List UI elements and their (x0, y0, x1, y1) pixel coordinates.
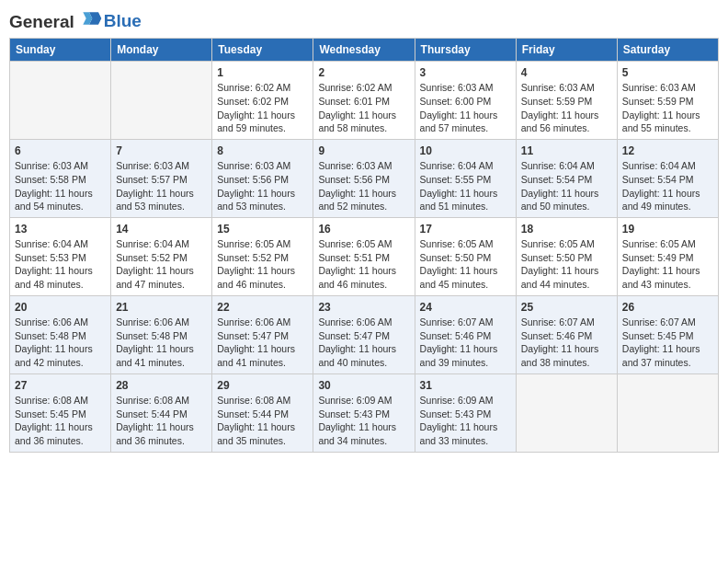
day-info: Sunrise: 6:06 AM Sunset: 5:48 PM Dayligh… (116, 316, 207, 370)
calendar-cell: 31Sunrise: 6:09 AM Sunset: 5:43 PM Dayli… (415, 373, 516, 452)
day-number: 24 (420, 300, 511, 315)
day-number: 19 (622, 222, 713, 236)
day-info: Sunrise: 6:04 AM Sunset: 5:52 PM Dayligh… (116, 237, 207, 292)
calendar-cell: 21Sunrise: 6:06 AM Sunset: 5:48 PM Dayli… (111, 295, 212, 373)
calendar-week-row: 27Sunrise: 6:08 AM Sunset: 5:45 PM Dayli… (10, 373, 719, 452)
calendar-table: SundayMondayTuesdayWednesdayThursdayFrid… (9, 38, 719, 453)
weekday-header-friday: Friday (516, 39, 617, 62)
calendar-cell: 11Sunrise: 6:04 AM Sunset: 5:54 PM Dayli… (516, 139, 617, 217)
day-info: Sunrise: 6:09 AM Sunset: 5:43 PM Dayligh… (420, 394, 511, 448)
weekday-header-sunday: Sunday (10, 39, 111, 62)
day-number: 2 (318, 65, 409, 80)
calendar-cell: 28Sunrise: 6:08 AM Sunset: 5:44 PM Dayli… (111, 373, 212, 452)
day-info: Sunrise: 6:07 AM Sunset: 5:46 PM Dayligh… (521, 316, 612, 370)
calendar-cell: 16Sunrise: 6:05 AM Sunset: 5:51 PM Dayli… (313, 217, 415, 295)
day-info: Sunrise: 6:03 AM Sunset: 5:58 PM Dayligh… (15, 159, 106, 213)
day-info: Sunrise: 6:04 AM Sunset: 5:55 PM Dayligh… (420, 159, 511, 213)
day-info: Sunrise: 6:02 AM Sunset: 6:01 PM Dayligh… (318, 81, 409, 135)
day-info: Sunrise: 6:06 AM Sunset: 5:48 PM Dayligh… (15, 316, 106, 370)
calendar-cell (10, 62, 111, 140)
day-info: Sunrise: 6:07 AM Sunset: 5:45 PM Dayligh… (622, 316, 713, 370)
day-info: Sunrise: 6:06 AM Sunset: 5:47 PM Dayligh… (217, 316, 308, 370)
calendar-cell: 13Sunrise: 6:04 AM Sunset: 5:53 PM Dayli… (10, 217, 111, 295)
day-info: Sunrise: 6:02 AM Sunset: 6:02 PM Dayligh… (217, 81, 308, 135)
calendar-week-row: 20Sunrise: 6:06 AM Sunset: 5:48 PM Dayli… (10, 295, 719, 373)
day-number: 28 (116, 378, 207, 393)
day-number: 22 (217, 300, 308, 315)
weekday-header-row: SundayMondayTuesdayWednesdayThursdayFrid… (10, 39, 719, 62)
calendar-cell: 7Sunrise: 6:03 AM Sunset: 5:57 PM Daylig… (111, 139, 212, 217)
day-number: 23 (318, 300, 409, 315)
calendar-cell: 9Sunrise: 6:03 AM Sunset: 5:56 PM Daylig… (313, 139, 415, 217)
calendar-cell: 2Sunrise: 6:02 AM Sunset: 6:01 PM Daylig… (313, 62, 415, 140)
day-number: 1 (217, 65, 308, 80)
calendar-cell: 24Sunrise: 6:07 AM Sunset: 5:46 PM Dayli… (415, 295, 516, 373)
day-info: Sunrise: 6:09 AM Sunset: 5:43 PM Dayligh… (318, 394, 409, 448)
day-number: 11 (521, 144, 612, 158)
calendar-cell (111, 62, 212, 140)
day-number: 26 (622, 300, 713, 315)
weekday-header-monday: Monday (111, 39, 212, 62)
day-number: 20 (15, 300, 106, 315)
weekday-header-tuesday: Tuesday (212, 39, 313, 62)
day-info: Sunrise: 6:08 AM Sunset: 5:45 PM Dayligh… (15, 394, 106, 448)
day-info: Sunrise: 6:05 AM Sunset: 5:49 PM Dayligh… (622, 237, 713, 292)
calendar-cell: 17Sunrise: 6:05 AM Sunset: 5:50 PM Dayli… (415, 217, 516, 295)
calendar-cell: 12Sunrise: 6:04 AM Sunset: 5:54 PM Dayli… (617, 139, 718, 217)
day-number: 14 (116, 222, 207, 236)
day-number: 29 (217, 378, 308, 393)
calendar-cell: 22Sunrise: 6:06 AM Sunset: 5:47 PM Dayli… (212, 295, 313, 373)
day-info: Sunrise: 6:05 AM Sunset: 5:50 PM Dayligh… (420, 237, 511, 292)
day-number: 21 (116, 300, 207, 315)
day-info: Sunrise: 6:05 AM Sunset: 5:51 PM Dayligh… (318, 237, 409, 292)
calendar-cell: 5Sunrise: 6:03 AM Sunset: 5:59 PM Daylig… (617, 62, 718, 140)
calendar-cell: 29Sunrise: 6:08 AM Sunset: 5:44 PM Dayli… (212, 373, 313, 452)
weekday-header-wednesday: Wednesday (313, 39, 415, 62)
day-number: 4 (521, 65, 612, 80)
day-number: 17 (420, 222, 511, 236)
page-header: General Blue (9, 9, 719, 32)
day-info: Sunrise: 6:03 AM Sunset: 5:56 PM Dayligh… (318, 159, 409, 213)
day-info: Sunrise: 6:03 AM Sunset: 5:59 PM Dayligh… (521, 81, 612, 135)
calendar-cell: 25Sunrise: 6:07 AM Sunset: 5:46 PM Dayli… (516, 295, 617, 373)
day-info: Sunrise: 6:03 AM Sunset: 5:59 PM Dayligh… (622, 81, 713, 135)
day-info: Sunrise: 6:08 AM Sunset: 5:44 PM Dayligh… (217, 394, 308, 448)
calendar-cell: 19Sunrise: 6:05 AM Sunset: 5:49 PM Dayli… (617, 217, 718, 295)
logo-blue: Blue (104, 11, 142, 31)
day-number: 30 (318, 378, 409, 393)
day-info: Sunrise: 6:04 AM Sunset: 5:54 PM Dayligh… (622, 159, 713, 213)
weekday-header-saturday: Saturday (617, 39, 718, 62)
day-number: 10 (420, 144, 511, 158)
calendar-week-row: 13Sunrise: 6:04 AM Sunset: 5:53 PM Dayli… (10, 217, 719, 295)
day-info: Sunrise: 6:05 AM Sunset: 5:52 PM Dayligh… (217, 237, 308, 292)
day-number: 27 (15, 378, 106, 393)
day-number: 9 (318, 144, 409, 158)
weekday-header-thursday: Thursday (415, 39, 516, 62)
calendar-cell: 23Sunrise: 6:06 AM Sunset: 5:47 PM Dayli… (313, 295, 415, 373)
day-number: 18 (521, 222, 612, 236)
calendar-cell: 30Sunrise: 6:09 AM Sunset: 5:43 PM Dayli… (313, 373, 415, 452)
day-info: Sunrise: 6:07 AM Sunset: 5:46 PM Dayligh… (420, 316, 511, 370)
calendar-cell: 3Sunrise: 6:03 AM Sunset: 6:00 PM Daylig… (415, 62, 516, 140)
day-number: 8 (217, 144, 308, 158)
calendar-week-row: 6Sunrise: 6:03 AM Sunset: 5:58 PM Daylig… (10, 139, 719, 217)
day-info: Sunrise: 6:04 AM Sunset: 5:54 PM Dayligh… (521, 159, 612, 213)
day-number: 31 (420, 378, 511, 393)
calendar-cell: 4Sunrise: 6:03 AM Sunset: 5:59 PM Daylig… (516, 62, 617, 140)
day-info: Sunrise: 6:03 AM Sunset: 5:56 PM Dayligh… (217, 159, 308, 213)
calendar-week-row: 1Sunrise: 6:02 AM Sunset: 6:02 PM Daylig… (10, 62, 719, 140)
calendar-cell: 26Sunrise: 6:07 AM Sunset: 5:45 PM Dayli… (617, 295, 718, 373)
day-number: 5 (622, 65, 713, 80)
calendar-cell: 6Sunrise: 6:03 AM Sunset: 5:58 PM Daylig… (10, 139, 111, 217)
day-number: 13 (15, 222, 106, 236)
calendar-cell: 8Sunrise: 6:03 AM Sunset: 5:56 PM Daylig… (212, 139, 313, 217)
day-info: Sunrise: 6:05 AM Sunset: 5:50 PM Dayligh… (521, 237, 612, 292)
day-info: Sunrise: 6:06 AM Sunset: 5:47 PM Dayligh… (318, 316, 409, 370)
calendar-cell: 20Sunrise: 6:06 AM Sunset: 5:48 PM Dayli… (10, 295, 111, 373)
calendar-cell: 10Sunrise: 6:04 AM Sunset: 5:55 PM Dayli… (415, 139, 516, 217)
day-number: 25 (521, 300, 612, 315)
day-info: Sunrise: 6:04 AM Sunset: 5:53 PM Dayligh… (15, 237, 106, 292)
calendar-cell: 1Sunrise: 6:02 AM Sunset: 6:02 PM Daylig… (212, 62, 313, 140)
logo: General Blue (9, 9, 142, 32)
day-number: 15 (217, 222, 308, 236)
